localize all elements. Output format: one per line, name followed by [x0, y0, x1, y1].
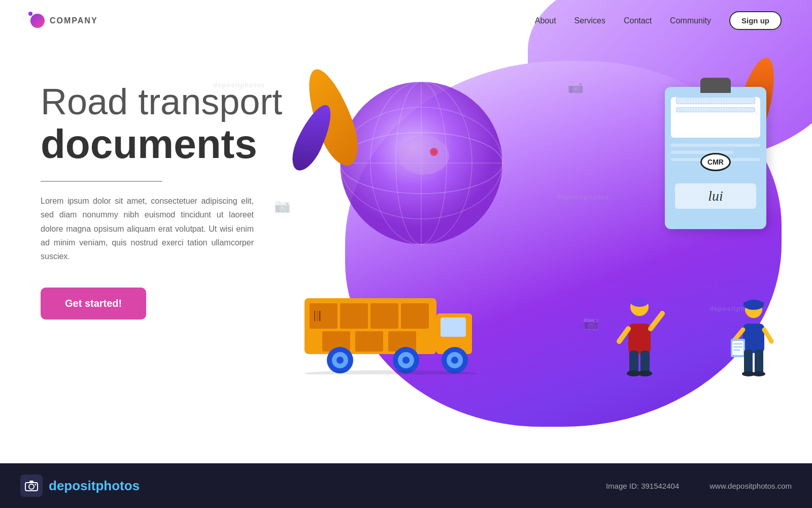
globe: [335, 77, 507, 249]
company-name: COMPANY: [50, 16, 98, 25]
svg-rect-45: [743, 324, 764, 353]
logo-dot: [30, 14, 45, 28]
svg-point-31: [451, 357, 458, 364]
left-content: Road transport documents Lorem ipsum dol…: [41, 61, 294, 320]
deposit-website: www.depositphotos.com: [709, 482, 792, 490]
svg-rect-15: [370, 303, 398, 329]
nav-about[interactable]: About: [535, 16, 556, 25]
deposit-brand-highlight: deposit: [49, 478, 95, 493]
hero-title-line2: documents: [41, 121, 257, 167]
footer-right: Image ID: 391542404 www.depositphotos.co…: [606, 482, 792, 490]
deposit-brand-name: depositphotos: [49, 478, 140, 494]
svg-rect-54: [755, 350, 763, 374]
svg-line-37: [619, 329, 628, 341]
svg-rect-59: [29, 481, 33, 483]
truck: [304, 283, 477, 376]
svg-point-34: [630, 297, 649, 307]
nav-community[interactable]: Community: [670, 16, 711, 25]
title-divider: [41, 181, 162, 182]
svg-point-58: [29, 484, 34, 489]
svg-point-56: [752, 371, 765, 376]
svg-rect-14: [340, 303, 368, 329]
svg-point-60: [35, 484, 37, 486]
svg-rect-39: [640, 351, 650, 373]
person-signing: [614, 296, 665, 379]
hero-title: Road transport documents: [41, 82, 294, 167]
navbar: COMPANY About Services Contact Community…: [0, 0, 812, 41]
deposit-camera-icon: [20, 474, 43, 497]
svg-rect-35: [628, 324, 651, 354]
cmr-badge: CMR: [700, 153, 731, 171]
hero-title-line1: Road transport: [41, 81, 282, 122]
svg-line-52: [764, 330, 771, 341]
deposit-logo: depositphotos: [20, 474, 140, 497]
svg-rect-44: [743, 302, 764, 306]
signup-button[interactable]: Sign up: [729, 11, 782, 30]
person-clipboard: [731, 298, 776, 379]
main-content: Road transport documents Lorem ipsum dol…: [0, 41, 812, 463]
logo[interactable]: COMPANY: [30, 14, 98, 28]
svg-rect-16: [401, 303, 429, 329]
svg-rect-18: [355, 331, 383, 352]
nav-links: About Services Contact Community Sign up: [535, 11, 782, 30]
svg-point-9: [432, 150, 436, 154]
svg-rect-13: [310, 303, 337, 329]
get-started-button[interactable]: Get started!: [41, 288, 146, 320]
hero-description: Lorem ipsum dolor sit amet, consectetuer…: [41, 194, 254, 263]
image-id-label: Image ID: 391542404: [606, 482, 679, 490]
clipboard-header-box: [671, 97, 760, 138]
nav-contact[interactable]: Contact: [624, 16, 652, 25]
svg-rect-12: [441, 318, 466, 337]
nav-services[interactable]: Services: [574, 16, 605, 25]
svg-point-25: [336, 357, 344, 364]
svg-point-7: [398, 136, 449, 175]
svg-rect-38: [629, 351, 638, 373]
image-id-value: 391542404: [641, 482, 679, 490]
svg-point-28: [402, 357, 410, 364]
svg-rect-53: [744, 350, 753, 374]
cmr-clipboard: CMR lui: [665, 87, 766, 229]
illustration: CMR lui: [294, 61, 782, 407]
signature: lui: [675, 183, 756, 209]
clipboard-clip: [700, 78, 731, 93]
svg-point-41: [638, 370, 652, 376]
svg-line-36: [651, 313, 662, 329]
footer-bar: depositphotos Image ID: 391542404 www.de…: [0, 463, 812, 508]
svg-rect-48: [732, 341, 743, 355]
deposit-brand-rest: photos: [95, 478, 140, 493]
